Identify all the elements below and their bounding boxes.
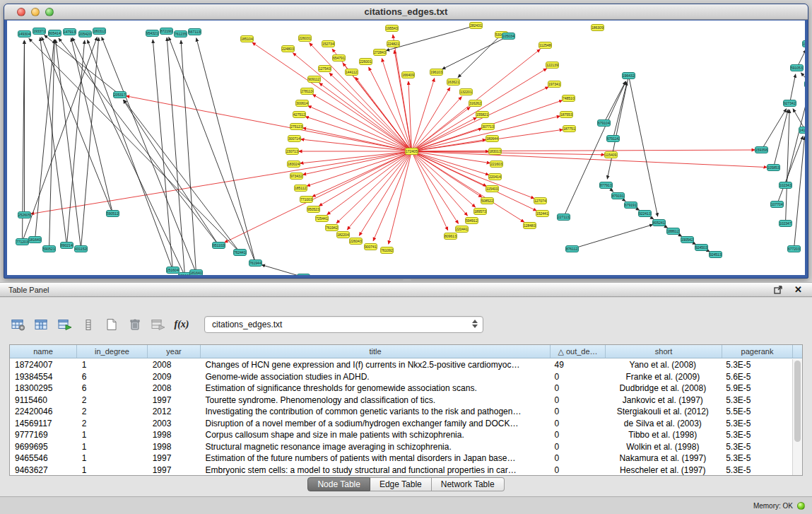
graph-node[interactable]: 1851122 — [294, 185, 307, 192]
table-row[interactable]: 2242004622012Investigating the contribut… — [10, 406, 792, 418]
graph-node[interactable]: 9543210 — [146, 30, 159, 37]
graph-node[interactable]: 7619440 — [249, 259, 262, 267]
graph-node[interactable]: 1895733 — [473, 208, 487, 215]
graph-node[interactable]: 9007411 — [364, 243, 377, 250]
graph-node[interactable]: 1284833 — [523, 222, 536, 229]
graph-node[interactable]: 1322014 — [459, 88, 473, 95]
graph-node[interactable]: 8721904 — [160, 28, 173, 35]
graph-node[interactable]: 1154032 — [486, 185, 499, 192]
graph-node[interactable]: 1221390 — [546, 62, 559, 69]
column-header-pagerank[interactable]: pagerank — [722, 345, 793, 358]
window-titlebar[interactable]: citations_edges.txt — [4, 4, 808, 20]
graph-node[interactable]: 6791142 — [606, 135, 620, 142]
graph-node[interactable]: 1910443 — [804, 81, 805, 88]
graph-node[interactable]: 1886122 — [666, 228, 680, 235]
graph-node[interactable]: 1816402 — [189, 269, 203, 275]
delete-table-icon[interactable] — [126, 315, 144, 334]
close-window-button[interactable] — [17, 8, 25, 16]
graph-node[interactable]: 4275121 — [293, 111, 306, 118]
network-canvas[interactable]: 1493044193371080541411479138205420518031… — [7, 21, 805, 275]
graph-node[interactable]: 1524411 — [536, 210, 549, 217]
graph-node[interactable]: 1816400 — [28, 236, 42, 243]
graph-node[interactable]: 1806441 — [486, 135, 499, 142]
show-columns-icon[interactable] — [33, 315, 51, 334]
table-row[interactable]: 969969511998Structural magnetic resonanc… — [10, 441, 792, 453]
graph-node[interactable]: 1877512 — [563, 125, 576, 132]
graph-node[interactable]: 2248032 — [281, 45, 295, 52]
graph-node[interactable]: 2260014 — [359, 58, 372, 65]
graph-node[interactable]: 5905120 — [106, 210, 119, 217]
graph-node[interactable]: 1905423 — [681, 236, 694, 243]
scrollbar-thumb[interactable] — [794, 361, 801, 442]
graph-node[interactable]: 1664091 — [401, 71, 415, 78]
graph-node[interactable]: 8710050 — [297, 274, 310, 275]
table-row[interactable]: 977716911998Corpus callosum shape and si… — [10, 429, 792, 441]
graph-node[interactable]: 7610923 — [380, 247, 394, 254]
graph-node[interactable]: 9091121 — [307, 76, 321, 83]
column-header-short[interactable]: short — [606, 345, 722, 358]
graph-node[interactable]: 6791041 — [597, 119, 611, 127]
minimize-window-button[interactable] — [31, 8, 40, 16]
graph-node[interactable]: 8054141 — [48, 30, 61, 37]
column-header-year[interactable]: year — [148, 345, 201, 358]
graph-node[interactable]: 1154091 — [604, 151, 618, 158]
table-row[interactable]: 1456911722003Disruption of a novel membe… — [10, 418, 792, 430]
graph-node[interactable]: 7624410 — [233, 249, 247, 256]
graph-node[interactable]: 8761123 — [565, 245, 579, 252]
graph-node[interactable]: 5085222 — [481, 197, 494, 204]
graph-node[interactable]: 1803123 — [93, 28, 106, 35]
table-row[interactable]: 946554611997Estimation of the future num… — [10, 452, 792, 465]
graph-node[interactable]: 9511020 — [212, 242, 225, 249]
graph-node[interactable]: 2260311 — [298, 35, 312, 42]
column-header-title[interactable]: title — [201, 345, 551, 358]
graph-node[interactable]: 2248211 — [387, 40, 400, 47]
graph-node[interactable]: 2307133 — [286, 148, 299, 155]
graph-node[interactable]: 1636212 — [447, 78, 460, 86]
graph-node[interactable]: 9273421 — [783, 100, 796, 107]
graph-node[interactable]: 1419132 — [799, 127, 805, 134]
graph-node[interactable]: 2751230 — [290, 123, 303, 130]
graph-node[interactable]: 1275431 — [318, 65, 331, 72]
graph-node[interactable]: 3006142 — [295, 100, 309, 107]
column-header-name[interactable]: name — [10, 345, 77, 358]
graph-node[interactable]: 9245032 — [695, 244, 708, 251]
graph-node[interactable]: 7485103 — [562, 95, 575, 102]
graph-node[interactable]: 1724050 — [405, 148, 418, 155]
graph-node[interactable]: 9734321 — [290, 173, 303, 180]
graph-node[interactable]: 2516040 — [166, 267, 180, 274]
graph-node[interactable]: 6772031 — [787, 245, 801, 252]
close-panel-icon[interactable]: ✕ — [794, 285, 802, 294]
new-table-icon[interactable] — [102, 315, 121, 334]
graph-node[interactable]: 2053170 — [113, 91, 126, 98]
table-row[interactable]: 1938455462009Genome-wide association stu… — [10, 371, 792, 383]
graph-node[interactable]: 1058531 — [767, 164, 780, 171]
graph-node[interactable]: 2204142 — [488, 173, 502, 180]
graph-node[interactable]: 8791913 — [611, 192, 625, 199]
graph-node[interactable]: 2260432 — [349, 238, 363, 245]
graph-node[interactable]: 4311520 — [74, 245, 88, 252]
graph-node[interactable]: 5949121 — [465, 217, 478, 224]
graph-node[interactable]: 2271132 — [557, 214, 570, 221]
graph-node[interactable]: 6547911 — [332, 54, 346, 62]
graph-node[interactable]: 3162622 — [469, 100, 482, 107]
zoom-window-button[interactable] — [45, 8, 54, 16]
graph-node[interactable]: 7612356 — [174, 30, 187, 37]
graph-node[interactable]: 1933710 — [33, 28, 46, 35]
graph-node[interactable]: 3007141 — [288, 135, 301, 142]
table-row[interactable]: 1872400712008Changes of HCN gene express… — [10, 359, 792, 371]
tab-edge-table[interactable]: Edge Table — [370, 477, 432, 491]
graph-node[interactable]: 7619423 — [325, 224, 339, 231]
graph-node[interactable]: 1863094 — [591, 24, 604, 31]
graph-node[interactable]: 2728432 — [373, 49, 387, 56]
table-row[interactable]: 911546021997Tourette syndrome. Phenomeno… — [10, 395, 792, 407]
graph-node[interactable]: 1441123 — [345, 69, 358, 76]
graph-node[interactable]: 7710034 — [300, 196, 313, 203]
graph-node[interactable]: 2216031 — [490, 160, 503, 168]
row-options-icon[interactable] — [79, 315, 98, 334]
column-header-in_degree[interactable]: in_degree — [77, 345, 148, 358]
graph-node[interactable]: 8779132 — [599, 182, 613, 189]
graph-node[interactable]: 6791911 — [624, 201, 637, 209]
graph-node[interactable]: 8902140 — [60, 242, 73, 249]
graph-node[interactable]: 1830132 — [488, 148, 502, 155]
graph-node[interactable]: 1558211 — [476, 111, 489, 118]
